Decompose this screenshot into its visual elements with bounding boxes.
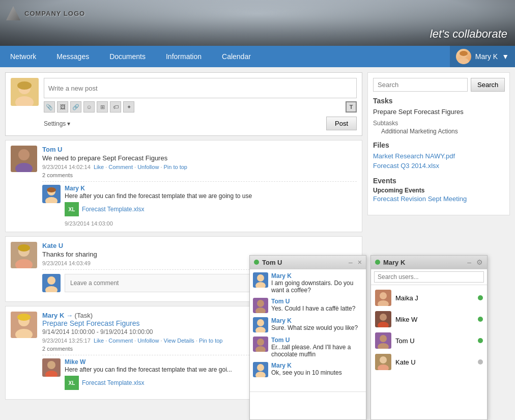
- leave-comment-avatar: [42, 274, 61, 292]
- attachment-name-mikew[interactable]: Forecast Template.xlsx: [82, 379, 145, 386]
- feed-like-task[interactable]: Like: [94, 338, 104, 344]
- toolbar-image[interactable]: 🖼: [57, 101, 68, 113]
- user-item-mikew[interactable]: Mike W: [371, 309, 487, 330]
- feed-pin-tom[interactable]: Pin to top: [164, 164, 187, 170]
- chat-msg-name-4: Tom U: [271, 337, 363, 344]
- feed-item-tom: Tom U We need to prepare Sept Forecast F…: [5, 140, 362, 232]
- feed-meta-tom: 9/23/2014 14:02:14 Like · Comment · Unfo…: [42, 164, 357, 170]
- user-status-maika: [478, 295, 483, 300]
- user-list-minimize[interactable]: –: [467, 258, 471, 266]
- user-item-maika[interactable]: Maika J: [371, 287, 487, 309]
- banner: COMPANY LOGO let's collaborate: [0, 0, 515, 46]
- post-box: 📎 🖼 🔗 ☺ ⊞ 🏷 ✦ T Settings ▾ Post: [5, 72, 362, 136]
- sidebar-file-1[interactable]: Market Research NAWY.pdf: [373, 151, 504, 161]
- user-item-kateu[interactable]: Kate U: [371, 351, 487, 373]
- toolbar-text[interactable]: T: [346, 101, 357, 113]
- svg-point-1: [458, 58, 469, 64]
- user-status-mikew: [478, 317, 483, 322]
- chat-msg-body-3: Mary K Sure. What size would you like?: [271, 317, 363, 332]
- chat-msg-5: Mary K Ok, see you in 10 minutes: [253, 362, 363, 377]
- chat-status-tom: [254, 260, 259, 265]
- comment-avatar-mikew: [42, 358, 61, 377]
- search-input[interactable]: [373, 78, 468, 92]
- comments-count-tom: 2 comments: [42, 172, 357, 178]
- nav-user[interactable]: Mary K ▼: [450, 46, 515, 67]
- svg-point-8: [18, 149, 30, 160]
- chat-title-tom: Tom U: [262, 259, 344, 266]
- feed-avatar-tom: [11, 146, 37, 172]
- chat-msg-avatar-mary1: [253, 272, 268, 288]
- chat-header-tom: Tom U – ×: [250, 256, 366, 269]
- post-button[interactable]: Post: [326, 117, 357, 130]
- feed-viewdetails-task[interactable]: View Details: [164, 338, 194, 344]
- sidebar-file-2[interactable]: Forecast Q3 2014.xlsx: [373, 161, 504, 171]
- chat-msg-avatar-tom1: [253, 298, 268, 313]
- user-name-mikew: Mike W: [395, 316, 474, 323]
- chat-msg-text-1: I am going downstairs. Do you want a cof…: [271, 279, 363, 294]
- chat-msg-text-4: Er...tall please. And I'll have a chocol…: [271, 344, 363, 358]
- user-item-tomu[interactable]: Tom U: [371, 330, 487, 351]
- nav-calendar[interactable]: Calendar: [212, 46, 261, 67]
- user-status-tomu: [478, 338, 483, 343]
- feed-like-tom[interactable]: Like: [94, 164, 104, 170]
- post-bottom: Settings ▾ Post: [44, 117, 357, 130]
- post-form: 📎 🖼 🔗 ☺ ⊞ 🏷 ✦ T Settings ▾ Post: [44, 78, 357, 130]
- post-input[interactable]: [44, 78, 357, 98]
- attachment-mary: XL Forecast Template.xlsx: [65, 202, 357, 216]
- comment-user-mary[interactable]: Mary K: [65, 185, 357, 192]
- nav-messages[interactable]: Messages: [46, 46, 99, 67]
- feed-text-tom: We need to prepare Sept Forecast Figures: [42, 154, 357, 162]
- chat-msg-body-2: Tom U Yes. Could I have a caffè latte?: [271, 298, 363, 313]
- settings-dropdown[interactable]: Settings ▾: [44, 120, 70, 127]
- nav-network[interactable]: Network: [0, 46, 46, 67]
- user-list-settings[interactable]: ⚙: [476, 258, 483, 266]
- comment-avatar-mary: [42, 185, 61, 203]
- nav-information[interactable]: Information: [156, 46, 212, 67]
- svg-point-29: [257, 274, 264, 282]
- toolbar-link[interactable]: 🔗: [70, 101, 81, 113]
- toolbar-tag[interactable]: 🏷: [110, 101, 121, 113]
- sidebar-task-1: Prepare Sept Forecast Figures: [373, 107, 504, 117]
- feed-unfollow-tom[interactable]: Unfollow: [137, 164, 159, 170]
- sidebar-subtask-1: Additional Marketing Actions: [373, 128, 504, 135]
- sidebar-event-1[interactable]: Forecast Revision Sept Meeting: [373, 194, 504, 204]
- chat-msg-3: Mary K Sure. What size would you like?: [253, 317, 363, 332]
- nav-documents[interactable]: Documents: [99, 46, 156, 67]
- feed-task-label: (Task): [75, 312, 93, 319]
- feed-comment-tom[interactable]: Comment: [108, 164, 133, 170]
- svg-point-38: [257, 339, 264, 346]
- comment-time-mary: 9/23/2014 14:03:00: [42, 220, 357, 227]
- feed-pin-task[interactable]: Pin to top: [199, 338, 222, 344]
- toolbar-smiley[interactable]: ☺: [83, 101, 95, 113]
- toolbar-more[interactable]: ✦: [123, 101, 134, 113]
- chat-msg-name-2: Tom U: [271, 298, 363, 305]
- nav-dropdown-icon: ▼: [502, 52, 509, 61]
- chat-messages-tom: Mary K I am going downstairs. Do you wan…: [250, 269, 366, 391]
- feed-unfollow-task[interactable]: Unfollow: [137, 338, 159, 344]
- user-avatar-maika: [375, 290, 391, 306]
- user-list-items: Maika J Mike W: [371, 285, 487, 375]
- svg-point-47: [380, 314, 387, 321]
- search-button[interactable]: Search: [471, 78, 505, 92]
- user-list-search: [371, 269, 487, 285]
- svg-point-41: [257, 364, 264, 371]
- chat-close-tom[interactable]: ×: [358, 258, 362, 266]
- user-list-title: Mary K: [383, 259, 462, 266]
- sidebar-subtasks-label: Subtasks: [373, 119, 504, 128]
- logo-text: COMPANY LOGO: [24, 10, 85, 17]
- feed-user-tom[interactable]: Tom U: [42, 146, 357, 153]
- sidebar-tasks: Tasks Prepare Sept Forecast Figures Subt…: [373, 97, 504, 135]
- attachment-name-mary[interactable]: Forecast Template.xlsx: [82, 206, 145, 213]
- feed-user-kate[interactable]: Kate U: [42, 242, 357, 249]
- sidebar-events: Events Upcoming Events Forecast Revision…: [373, 177, 504, 204]
- chat-input-area-tom: [250, 391, 366, 419]
- feed-mary-name: Mary K: [42, 312, 64, 319]
- chat-minimize-tom[interactable]: –: [349, 258, 353, 266]
- toolbar-attach[interactable]: 📎: [44, 101, 55, 113]
- chat-windows: Tom U – × Mary K I am going downstairs. …: [249, 255, 488, 420]
- user-search-input[interactable]: [374, 271, 484, 283]
- feed-comment-task[interactable]: Comment: [108, 338, 133, 344]
- sidebar-tasks-title: Tasks: [373, 97, 504, 105]
- chat-input-tom[interactable]: [250, 392, 366, 419]
- toolbar-table[interactable]: ⊞: [97, 101, 108, 113]
